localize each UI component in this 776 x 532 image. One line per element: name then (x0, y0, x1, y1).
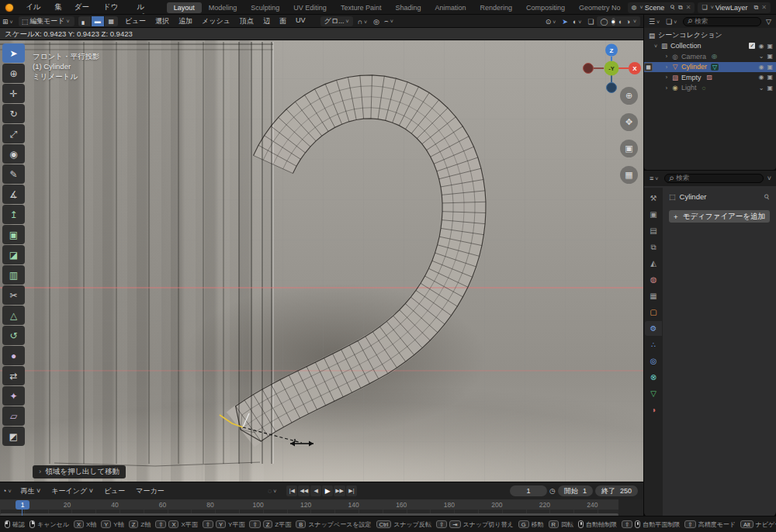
tool-scale[interactable]: ⤢ (2, 124, 25, 143)
expander-icon[interactable]: ˅ (652, 43, 660, 49)
copy-icon[interactable]: ⧉ (678, 4, 683, 12)
workspace-tab-rendering[interactable]: Rendering (473, 2, 519, 13)
playback-prev-keyframe[interactable]: ◀◀ (298, 485, 310, 496)
eye-closed-icon[interactable]: ⌄ (759, 85, 764, 92)
properties-tab-particles[interactable]: ∴ (645, 337, 662, 352)
workspace-tab-geometry-no[interactable]: Geometry No (572, 2, 628, 13)
edge-select-button[interactable]: ▬ (92, 16, 105, 26)
eye-closed-icon[interactable]: ⌄ (759, 53, 764, 60)
viewport-menu-0[interactable]: ビュー (120, 16, 151, 26)
outliner-search-input[interactable]: ⚲ 検索 (683, 17, 761, 26)
auto-keyframe-icon[interactable]: ◌˅ (265, 487, 280, 495)
mode-dropdown[interactable]: ⬚ 編集モード ˅ (19, 16, 74, 26)
scene-name[interactable]: Scene (645, 4, 665, 12)
xray-icon[interactable]: ❏ (585, 18, 596, 26)
checkbox-icon[interactable]: ✓ (749, 43, 755, 49)
playback-next-keyframe[interactable]: ▶▶ (334, 485, 345, 496)
workspace-tab-sculpting[interactable]: Sculpting (244, 2, 286, 13)
workspace-tab-shading[interactable]: Shading (388, 2, 428, 13)
gizmo-toggle-icon[interactable]: ➤ (559, 18, 570, 26)
gizmo-neg-z-axis[interactable] (607, 83, 617, 93)
playback-prev-frame[interactable]: ◀ (310, 485, 321, 496)
add-modifier-button[interactable]: + モディファイアーを追加 (669, 210, 770, 223)
workspace-tab-uv-editing[interactable]: UV Editing (286, 2, 334, 13)
scene-selector[interactable]: ◍ ˅ Scene ⚲ ⧉ ✕ (628, 2, 695, 13)
filter-funnel-icon[interactable]: ▽ (764, 18, 774, 26)
pin-icon[interactable]: ⚲ (763, 192, 771, 202)
pin-icon[interactable]: ⚲ (669, 3, 677, 12)
tool-poly-build[interactable]: △ (2, 306, 25, 325)
workspace-tab-animation[interactable]: Animation (428, 2, 473, 13)
viewport-menu-4[interactable]: 頂点 (235, 16, 258, 26)
tool-shrink-fatten[interactable]: ✦ (2, 386, 25, 406)
tool-transform[interactable]: ◉ (2, 144, 25, 164)
snap-magnet-icon[interactable]: ∩˅ (355, 18, 371, 26)
properties-tab-object-data[interactable]: ▽ (645, 386, 662, 401)
gizmo-neg-x-axis[interactable] (584, 64, 594, 74)
expander-icon[interactable]: › (663, 74, 670, 80)
pan-icon[interactable]: ✥ (620, 113, 638, 131)
eye-icon[interactable]: ◉ (758, 64, 764, 71)
editor-type-icon[interactable]: ◔˅ (0, 487, 16, 495)
playback-jump-to-start[interactable]: |◀ (286, 485, 297, 496)
current-frame-field[interactable]: 1 (510, 485, 547, 496)
display-mode-icon[interactable]: ❏˅ (663, 18, 681, 26)
ortho-grid-icon[interactable]: ▦ (620, 166, 638, 184)
viewlayer-name[interactable]: ViewLayer (715, 4, 748, 12)
properties-tab-modifiers[interactable]: ⚙ (645, 321, 662, 336)
outliner-row-cylinder[interactable]: ▦›▽Cylinder▽◉▣ (644, 62, 776, 73)
properties-tab-collection[interactable]: ▦ (645, 288, 662, 303)
solid-shading-icon[interactable]: ● (611, 18, 615, 26)
properties-tab-render[interactable]: ▣ (645, 207, 662, 222)
expander-icon[interactable]: › (663, 64, 670, 70)
outliner-label[interactable]: Empty (681, 74, 702, 81)
visibility-icon[interactable]: ⊙˅ (543, 18, 560, 26)
orientation-dropdown[interactable]: グロ... ˅ (320, 16, 353, 26)
tool-bevel[interactable]: ◪ (2, 245, 25, 264)
viewport-menu-5[interactable]: 辺 (258, 16, 275, 26)
camera-restrict-icon[interactable]: ▣ (767, 64, 773, 71)
outliner-row-camera[interactable]: ›◎Camera◎⌄▣ (644, 51, 776, 62)
viewport-menu-7[interactable]: UV (291, 16, 310, 26)
outliner-label[interactable]: Collection (670, 42, 702, 50)
tool-shear[interactable]: ▱ (2, 406, 25, 426)
timeline-menu-2[interactable]: ビュー (99, 486, 130, 496)
vertex-select-button[interactable]: ▖ (78, 16, 92, 26)
breadcrumb-object[interactable]: Cylinder (680, 192, 707, 201)
editor-type-icon[interactable]: ≡˅ (647, 174, 662, 182)
tool-annotate[interactable]: ✎ (2, 164, 25, 184)
eye-icon[interactable]: ◉ (758, 74, 764, 81)
properties-tab-world[interactable]: ◍ (645, 272, 662, 287)
camera-view-icon[interactable]: ▣ (620, 140, 638, 157)
zoom-icon[interactable]: ⊕ (620, 87, 638, 105)
tool-rip-region[interactable]: ◩ (2, 427, 25, 446)
close-icon[interactable]: ✕ (686, 4, 691, 11)
playback-play[interactable]: ▶ (322, 485, 333, 496)
workspace-tab-modeling[interactable]: Modeling (202, 2, 244, 13)
tool-extrude-region[interactable]: ↥ (2, 205, 25, 224)
viewport-menu-3[interactable]: メッシュ (197, 16, 235, 26)
viewport-menu-6[interactable]: 面 (275, 16, 291, 26)
properties-tab-scene[interactable]: ◭ (645, 256, 662, 271)
viewlayer-selector[interactable]: ❏ ˅ ViewLayer ⧉ ✕ (698, 2, 771, 13)
outliner-row-collection[interactable]: ˅▥Collection✓◉▣ (644, 41, 776, 52)
properties-tab-output[interactable]: ▤ (645, 223, 662, 238)
falloff-icon[interactable]: ⌢˅ (382, 17, 397, 26)
camera-restrict-icon[interactable]: ▣ (767, 74, 773, 81)
tool-move[interactable]: ✛ (2, 84, 25, 103)
timeline-menu-3[interactable]: マーカー (130, 486, 169, 496)
tool-select-box[interactable]: ➤ (2, 43, 25, 63)
expander-icon[interactable]: › (663, 85, 670, 91)
camera-restrict-icon[interactable]: ▣ (767, 85, 773, 92)
properties-tab-material[interactable]: ◑ (645, 402, 662, 417)
timeline-menu-0[interactable]: 再生 ˅ (16, 486, 47, 496)
viewport-menu-1[interactable]: 選択 (151, 16, 174, 26)
properties-tab-view-layer[interactable]: ⧉ (645, 240, 662, 254)
tool-cursor[interactable]: ⊕ (2, 64, 25, 83)
camera-restrict-icon[interactable]: ▣ (767, 53, 773, 60)
outliner-label[interactable]: シーンコレクション (658, 30, 722, 40)
outliner-row-light[interactable]: ›◉Light◌⌄▣ (644, 83, 776, 94)
properties-tab-physics[interactable]: ◎ (645, 354, 662, 368)
properties-tab-constraints[interactable]: ⊗ (645, 370, 662, 385)
expander-icon[interactable]: › (663, 54, 670, 59)
